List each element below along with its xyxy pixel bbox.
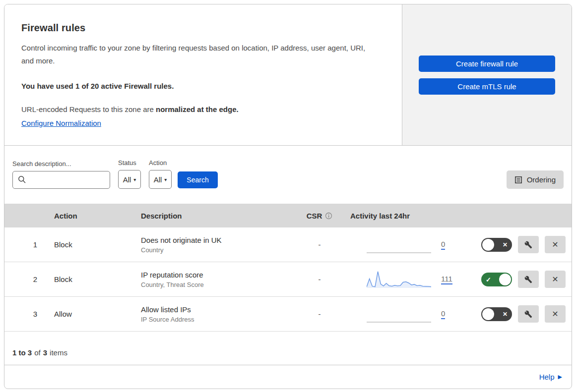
table-footer: 1 to 3 of 3 items (4, 332, 572, 365)
help-link[interactable]: Help (539, 373, 555, 381)
activity-count-link[interactable]: 0 (441, 309, 445, 319)
table-row: 2 Block IP reputation score Country, Thr… (4, 262, 572, 297)
edit-rule-button[interactable] (518, 305, 539, 323)
description-column-header: Description (131, 212, 295, 220)
close-icon: ✕ (552, 275, 558, 284)
close-icon: ✕ (552, 240, 558, 249)
wrench-icon (524, 276, 532, 283)
action-selected-value: All (154, 175, 162, 184)
wrench-icon (524, 241, 532, 249)
ordering-icon (514, 176, 522, 184)
header-actions-panel: Create firewall rule Create mTLS rule (402, 4, 572, 145)
activity-sparkline (367, 235, 431, 255)
rule-description: Does not originate in UK (141, 236, 295, 244)
create-firewall-rule-button[interactable]: Create firewall rule (419, 56, 555, 72)
edit-rule-button[interactable] (518, 236, 539, 253)
rule-fields: Country (141, 246, 295, 254)
rule-fields: IP Source Address (141, 316, 295, 323)
configure-normalization-link[interactable]: Configure Normalization (21, 119, 101, 127)
footer-items-text: items (50, 348, 67, 357)
rule-action: Block (44, 275, 131, 283)
usage-summary: You have used 1 of 20 active Firewall ru… (21, 82, 382, 90)
activity-sparkline (367, 304, 431, 324)
rule-description-cell: Does not originate in UK Country (131, 236, 295, 254)
rule-status-toggle[interactable]: ✓ ✕ (481, 238, 512, 252)
action-filter-group: Action All ▾ (149, 159, 172, 189)
close-icon: ✕ (552, 309, 558, 319)
rule-description-cell: Allow listed IPs IP Source Address (131, 305, 295, 323)
filter-bar: Search description... Status All ▾ Actio… (4, 146, 572, 204)
normalization-note: URL-encoded Requests to this zone are no… (21, 104, 382, 115)
status-selected-value: All (123, 175, 131, 184)
search-box (12, 171, 110, 189)
action-label: Action (149, 159, 172, 167)
rule-priority: 1 (33, 240, 44, 249)
delete-rule-button[interactable]: ✕ (545, 305, 566, 323)
activity-column-header: Activity last 24hr (344, 212, 451, 220)
page-description: Control incoming traffic to your zone by… (21, 42, 372, 68)
normalization-text: URL-encoded Requests to this zone are (21, 105, 156, 113)
header-text-area: Firewall rules Control incoming traffic … (4, 4, 402, 145)
rule-controls: ✓ ✕ ✕ (451, 305, 572, 323)
rule-action: Allow (44, 310, 131, 318)
info-icon[interactable] (325, 212, 332, 220)
status-label: Status (118, 159, 141, 167)
search-label: Search description... (12, 160, 110, 168)
wrench-icon (524, 310, 532, 318)
rule-controls: ✓ ✕ ✕ (451, 271, 572, 288)
toggle-knob (482, 239, 494, 251)
delete-rule-button[interactable]: ✕ (545, 236, 566, 253)
rule-activity-cell: 0 (344, 304, 451, 324)
status-filter-group: Status All ▾ (118, 159, 141, 189)
normalization-bold-text: normalized at the edge. (156, 105, 239, 113)
rule-action: Block (44, 240, 131, 249)
rule-status-toggle[interactable]: ✓ ✕ (481, 307, 512, 321)
rule-activity-cell: 111 (344, 270, 451, 289)
footer-of-text: of (34, 348, 41, 357)
edit-rule-button[interactable] (518, 271, 539, 288)
help-arrow-icon: ▶ (558, 374, 562, 380)
table-row: 3 Allow Allow listed IPs IP Source Addre… (4, 297, 572, 332)
item-total: 3 (43, 348, 47, 357)
rule-status-toggle[interactable]: ✓ ✕ (481, 273, 512, 286)
csr-header-label: CSR (307, 212, 322, 220)
activity-count-link[interactable]: 0 (441, 240, 445, 250)
status-select[interactable]: All ▾ (118, 170, 141, 189)
rule-description-cell: IP reputation score Country, Threat Scor… (131, 271, 295, 288)
check-icon: ✓ (486, 276, 491, 283)
rule-priority: 2 (33, 275, 44, 283)
ordering-button-label: Ordering (527, 175, 556, 184)
item-range: 1 to 3 (12, 348, 32, 357)
toggle-knob (499, 274, 511, 285)
rule-fields: Country, Threat Score (141, 281, 295, 288)
create-mtls-rule-button[interactable]: Create mTLS rule (419, 78, 555, 95)
rule-csr-value: - (319, 310, 321, 318)
page-title: Firewall rules (21, 22, 382, 34)
x-icon: ✕ (503, 311, 508, 318)
header-section: Firewall rules Control incoming traffic … (4, 4, 572, 146)
csr-column-header: CSR (307, 212, 333, 220)
rule-activity-cell: 0 (344, 235, 451, 255)
search-icon (18, 175, 26, 184)
table-row: 1 Block Does not originate in UK Country… (4, 227, 572, 262)
x-icon: ✕ (503, 241, 508, 248)
search-button[interactable]: Search (178, 171, 218, 188)
help-bar: Help ▶ (4, 365, 572, 389)
rule-controls: ✓ ✕ ✕ (451, 236, 572, 253)
chevron-down-icon: ▾ (164, 177, 167, 182)
activity-sparkline (367, 270, 431, 289)
table-header: Action Description CSR Activity last 24h… (4, 204, 572, 227)
rule-csr-value: - (319, 275, 321, 283)
rule-csr-value: - (319, 240, 321, 249)
toggle-knob (482, 308, 494, 320)
rule-priority: 3 (33, 310, 44, 318)
rule-description: Allow listed IPs (141, 305, 295, 314)
chevron-down-icon: ▾ (133, 177, 136, 182)
action-column-header: Action (44, 212, 131, 220)
action-select[interactable]: All ▾ (149, 170, 172, 189)
search-input[interactable] (12, 171, 110, 189)
delete-rule-button[interactable]: ✕ (545, 271, 566, 288)
firewall-rules-card: Firewall rules Control incoming traffic … (4, 4, 572, 389)
search-group: Search description... (12, 160, 110, 189)
ordering-button[interactable]: Ordering (507, 170, 564, 189)
